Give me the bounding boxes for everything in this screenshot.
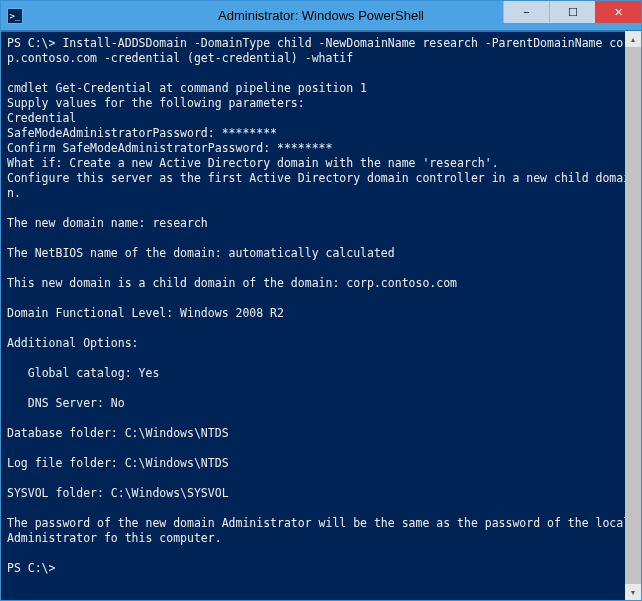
output-line: The password of the new domain Administr… — [7, 516, 637, 545]
ps-icon-glyph: >_ — [10, 11, 21, 21]
output-line: Credential — [7, 111, 76, 125]
output-line: Domain Functional Level: Windows 2008 R2 — [7, 306, 284, 320]
output-line: This new domain is a child domain of the… — [7, 276, 457, 290]
maximize-button[interactable]: ☐ — [549, 1, 595, 23]
minimize-icon: − — [523, 6, 529, 18]
scrollbar-track[interactable] — [625, 47, 641, 584]
powershell-window: >_ Administrator: Windows PowerShell − ☐… — [0, 0, 642, 601]
command-text: Install-ADDSDomain -DomainType child -Ne… — [7, 36, 630, 65]
scroll-up-button[interactable]: ▴ — [625, 31, 641, 47]
output-line: Log file folder: C:\Windows\NTDS — [7, 456, 229, 470]
vertical-scrollbar[interactable]: ▴ ▾ — [625, 31, 641, 600]
close-button[interactable]: ✕ — [595, 1, 641, 23]
scroll-down-button[interactable]: ▾ — [625, 584, 641, 600]
output-line: Configure this server as the first Activ… — [7, 171, 630, 200]
output-line: What if: Create a new Active Directory d… — [7, 156, 499, 170]
terminal-output: PS C:\> Install-ADDSDomain -DomainType c… — [7, 36, 637, 591]
chevron-up-icon: ▴ — [631, 35, 635, 44]
maximize-icon: ☐ — [568, 6, 578, 19]
window-controls: − ☐ ✕ — [503, 1, 641, 23]
output-line: SafeModeAdministratorPassword: ******** — [7, 126, 277, 140]
chevron-down-icon: ▾ — [631, 588, 635, 597]
powershell-icon: >_ — [7, 8, 23, 24]
output-line: The new domain name: research — [7, 216, 208, 230]
output-line: SYSVOL folder: C:\Windows\SYSVOL — [7, 486, 229, 500]
close-icon: ✕ — [614, 6, 623, 19]
terminal-wrap: PS C:\> Install-ADDSDomain -DomainType c… — [1, 31, 641, 600]
output-line: cmdlet Get-Credential at command pipelin… — [7, 81, 367, 95]
minimize-button[interactable]: − — [503, 1, 549, 23]
terminal-area[interactable]: PS C:\> Install-ADDSDomain -DomainType c… — [1, 31, 641, 600]
output-line: Confirm SafeModeAdministratorPassword: *… — [7, 141, 332, 155]
output-line: DNS Server: No — [7, 396, 125, 410]
prompt: PS C:\> — [7, 561, 55, 575]
output-line: Supply values for the following paramete… — [7, 96, 305, 110]
prompt: PS C:\> — [7, 36, 62, 50]
scrollbar-thumb[interactable] — [625, 47, 641, 584]
output-line: Database folder: C:\Windows\NTDS — [7, 426, 229, 440]
output-line: The NetBIOS name of the domain: automati… — [7, 246, 395, 260]
output-line: Additional Options: — [7, 336, 139, 350]
titlebar[interactable]: >_ Administrator: Windows PowerShell − ☐… — [1, 1, 641, 31]
output-line: Global catalog: Yes — [7, 366, 159, 380]
